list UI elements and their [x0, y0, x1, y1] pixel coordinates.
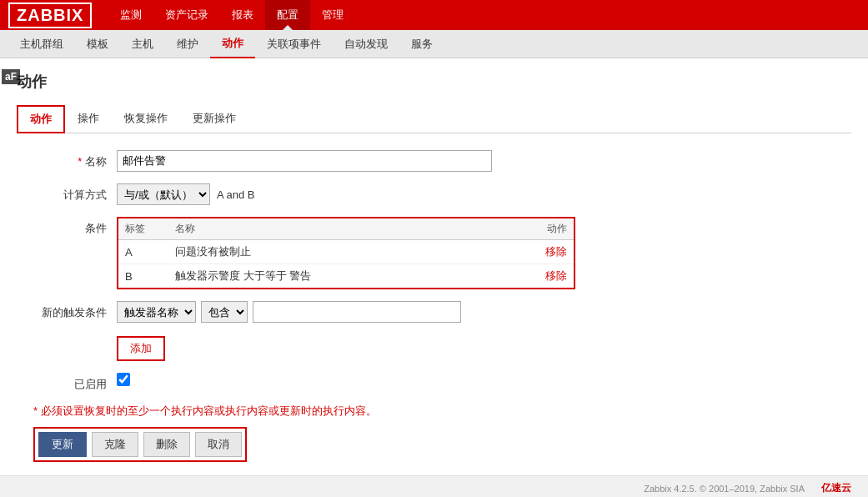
condition-tag-b: B — [125, 270, 175, 283]
notice-text: * 必须设置恢复时的至少一个执行内容或执行内容或更新时的执行内容。 — [33, 404, 667, 419]
conditions-label: 条件 — [33, 217, 117, 236]
calc-display: A and B — [217, 188, 255, 201]
conditions-header: 标签 名称 动作 — [118, 218, 574, 240]
page-container: 动作 动作 操作 恢复操作 更新操作 名称 计算方式 与/或（默认） A and… — [0, 58, 868, 475]
tab-update[interactable]: 更新操作 — [180, 105, 248, 133]
enabled-field — [117, 373, 667, 386]
condition-action-a: 移除 — [517, 244, 567, 259]
col-header-name: 名称 — [175, 222, 517, 236]
footer-version: Zabbix 4.2.5. © 2001–2019, Zabbix SIA — [644, 484, 805, 494]
trigger-value-input[interactable] — [253, 301, 461, 323]
name-field — [117, 150, 667, 172]
nav-item-monitor[interactable]: 监测 — [108, 0, 153, 30]
nav-item-reports[interactable]: 报表 — [220, 0, 265, 30]
condition-action-b: 移除 — [517, 269, 567, 284]
tab-operations[interactable]: 操作 — [65, 105, 112, 133]
condition-tag-a: A — [125, 246, 175, 259]
new-trigger-label: 新的触发条件 — [33, 301, 117, 320]
sub-nav-discovery[interactable]: 自动发现 — [333, 30, 399, 58]
trigger-row: 触发器名称 包含 — [117, 301, 667, 323]
sub-nav-maintenance[interactable]: 维护 — [165, 30, 210, 58]
trigger-type-select[interactable]: 触发器名称 — [117, 301, 196, 323]
enabled-row: 已启用 — [33, 373, 667, 392]
delete-button[interactable]: 删除 — [143, 432, 190, 457]
condition-row-b: B 触发器示警度 大于等于 警告 移除 — [118, 264, 574, 288]
cancel-button[interactable]: 取消 — [195, 432, 242, 457]
conditions-field: 标签 名称 动作 A 问题没有被制止 移除 B 触发器示警度 大于等于 警告 — [117, 217, 667, 289]
update-button[interactable]: 更新 — [38, 432, 87, 457]
remove-link-b[interactable]: 移除 — [545, 269, 567, 282]
sub-nav-templates[interactable]: 模板 — [75, 30, 120, 58]
af-indicator: aF — [2, 69, 20, 84]
nav-item-admin[interactable]: 管理 — [310, 0, 355, 30]
add-button[interactable]: 添加 — [117, 336, 165, 361]
sub-nav-hosts[interactable]: 主机 — [120, 30, 165, 58]
top-nav-items: 监测 资产记录 报表 配置 管理 — [108, 0, 355, 30]
col-header-action: 动作 — [517, 222, 567, 236]
footer: Zabbix 4.2.5. © 2001–2019, Zabbix SIA 亿速… — [0, 475, 868, 497]
tab-action[interactable]: 动作 — [17, 105, 65, 133]
page-title: 动作 — [17, 72, 851, 92]
name-row: 名称 — [33, 150, 667, 172]
tab-recovery[interactable]: 恢复操作 — [112, 105, 180, 133]
conditions-row: 条件 标签 名称 动作 A 问题没有被制止 移除 — [33, 217, 667, 289]
col-header-label: 标签 — [125, 222, 175, 236]
conditions-table: 标签 名称 动作 A 问题没有被制止 移除 B 触发器示警度 大于等于 警告 — [117, 217, 575, 289]
action-buttons-wrapper: 更新 克隆 删除 取消 — [33, 427, 247, 462]
sub-nav-actions[interactable]: 动作 — [210, 30, 255, 58]
condition-row-a: A 问题没有被制止 移除 — [118, 240, 574, 264]
logo[interactable]: ZABBIX — [8, 3, 92, 28]
calc-row: 计算方式 与/或（默认） A and B — [33, 183, 667, 205]
sub-nav: 主机群组 模板 主机 维护 动作 关联项事件 自动发现 服务 — [0, 30, 868, 58]
footer-watermark: 亿速云 — [821, 482, 851, 494]
new-trigger-field: 触发器名称 包含 添加 — [117, 301, 667, 361]
footer-logo: 亿速云 — [821, 481, 851, 495]
form-area: 名称 计算方式 与/或（默认） A and B 条件 标签 名称 — [17, 150, 684, 462]
enabled-label: 已启用 — [33, 373, 117, 392]
tab-bar: 动作 操作 恢复操作 更新操作 — [17, 105, 851, 133]
nav-item-assets[interactable]: 资产记录 — [153, 0, 220, 30]
calc-label: 计算方式 — [33, 183, 117, 203]
trigger-condition-select[interactable]: 包含 — [201, 301, 248, 323]
enabled-checkbox[interactable] — [117, 373, 130, 386]
nav-item-config[interactable]: 配置 — [265, 0, 310, 30]
calc-select[interactable]: 与/或（默认） — [117, 183, 210, 205]
calc-field: 与/或（默认） A and B — [117, 183, 667, 205]
name-label: 名称 — [33, 150, 117, 169]
sub-nav-correlations[interactable]: 关联项事件 — [255, 30, 333, 58]
add-button-wrapper: 添加 — [117, 329, 667, 361]
remove-link-a[interactable]: 移除 — [545, 245, 567, 258]
sub-nav-services[interactable]: 服务 — [399, 30, 444, 58]
logo-text: ZABBIX — [17, 6, 83, 24]
new-trigger-row: 新的触发条件 触发器名称 包含 添加 — [33, 301, 667, 361]
name-input[interactable] — [117, 150, 492, 172]
condition-name-a: 问题没有被制止 — [175, 244, 517, 259]
top-nav: ZABBIX 监测 资产记录 报表 配置 管理 — [0, 0, 868, 30]
clone-button[interactable]: 克隆 — [92, 432, 138, 457]
condition-name-b: 触发器示警度 大于等于 警告 — [175, 269, 517, 284]
sub-nav-hostgroups[interactable]: 主机群组 — [8, 30, 75, 58]
